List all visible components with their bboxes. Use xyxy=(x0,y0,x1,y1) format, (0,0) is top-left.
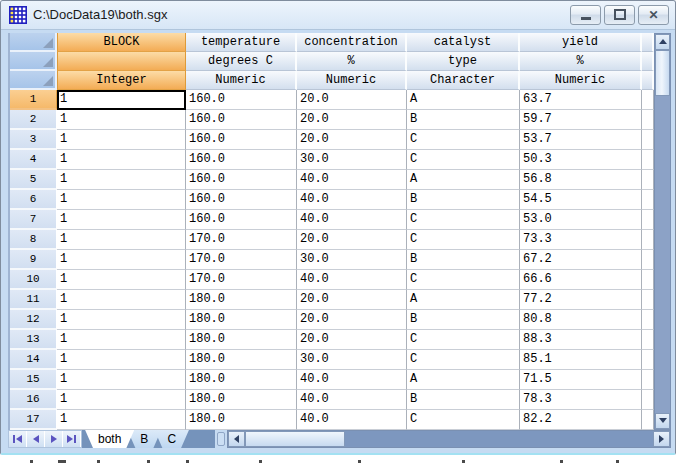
data-cell[interactable]: 180.0 xyxy=(186,290,297,310)
row-number-16[interactable]: 16 xyxy=(10,390,57,410)
data-cell[interactable]: 160.0 xyxy=(186,110,297,130)
data-cell[interactable]: 63.7 xyxy=(520,90,642,110)
data-cell[interactable]: 160.0 xyxy=(186,210,297,230)
scroll-left-button[interactable] xyxy=(228,431,245,447)
data-cell[interactable]: 82.2 xyxy=(520,410,642,430)
vertical-scroll-thumb[interactable] xyxy=(655,50,670,96)
data-cell[interactable]: 30.0 xyxy=(297,250,407,270)
data-cell[interactable]: B xyxy=(407,390,520,410)
scroll-down-button[interactable] xyxy=(655,413,670,429)
data-cell[interactable]: 1 xyxy=(57,310,186,330)
column-header-concentration-unit[interactable]: % xyxy=(297,52,407,71)
horizontal-scrollbar[interactable] xyxy=(227,430,671,448)
data-cell[interactable]: C xyxy=(407,130,520,150)
data-cell[interactable]: 40.0 xyxy=(297,270,407,290)
data-cell[interactable]: 1 xyxy=(57,170,186,190)
data-cell[interactable]: B xyxy=(407,250,520,270)
data-cell[interactable]: C xyxy=(407,330,520,350)
column-header-concentration-name[interactable]: concentration xyxy=(297,33,407,52)
data-cell[interactable]: C xyxy=(407,150,520,170)
column-header-yield-name[interactable]: yield xyxy=(520,33,642,52)
data-cell[interactable]: 20.0 xyxy=(297,290,407,310)
data-cell[interactable]: A xyxy=(407,290,520,310)
column-header-catalyst-type[interactable]: Character xyxy=(407,71,520,90)
data-cell[interactable]: C xyxy=(407,210,520,230)
data-cell[interactable]: 20.0 xyxy=(297,330,407,350)
data-cell[interactable]: 88.3 xyxy=(520,330,642,350)
corner-cell[interactable] xyxy=(10,33,57,52)
data-cell[interactable]: 40.0 xyxy=(297,370,407,390)
row-number-4[interactable]: 4 xyxy=(10,150,57,170)
data-cell[interactable]: C xyxy=(407,270,520,290)
column-header-temperature-name[interactable]: temperature xyxy=(186,33,297,52)
data-cell[interactable]: 1 xyxy=(57,270,186,290)
data-cell[interactable]: C xyxy=(407,350,520,370)
column-header-BLOCK-unit[interactable] xyxy=(57,52,186,71)
column-header-catalyst-name[interactable]: catalyst xyxy=(407,33,520,52)
data-cell[interactable]: A xyxy=(407,170,520,190)
data-cell[interactable]: 20.0 xyxy=(297,110,407,130)
data-cell[interactable]: 73.3 xyxy=(520,230,642,250)
tab-split-handle[interactable] xyxy=(217,432,225,446)
data-cell[interactable]: 1 xyxy=(57,350,186,370)
data-cell[interactable]: B xyxy=(407,190,520,210)
restore-button[interactable] xyxy=(604,5,635,25)
row-number-15[interactable]: 15 xyxy=(10,370,57,390)
row-number-7[interactable]: 7 xyxy=(10,210,57,230)
data-cell[interactable]: A xyxy=(407,90,520,110)
column-header-temperature-unit[interactable]: degrees C xyxy=(186,52,297,71)
data-cell[interactable]: 30.0 xyxy=(297,150,407,170)
corner-cell[interactable] xyxy=(10,52,57,71)
column-header-concentration-type[interactable]: Numeric xyxy=(297,71,407,90)
scroll-up-button[interactable] xyxy=(655,34,670,50)
data-cell[interactable]: 170.0 xyxy=(186,250,297,270)
first-sheet-button[interactable] xyxy=(9,431,27,447)
data-cell[interactable]: 1 xyxy=(57,130,186,150)
row-number-8[interactable]: 8 xyxy=(10,230,57,250)
data-cell[interactable]: C xyxy=(407,410,520,430)
row-number-6[interactable]: 6 xyxy=(10,190,57,210)
data-cell[interactable]: 77.2 xyxy=(520,290,642,310)
data-cell[interactable]: 170.0 xyxy=(186,230,297,250)
column-header-yield-unit[interactable]: % xyxy=(520,52,642,71)
data-cell[interactable]: 40.0 xyxy=(297,170,407,190)
row-number-9[interactable]: 9 xyxy=(10,250,57,270)
scroll-right-button[interactable] xyxy=(653,431,670,447)
data-cell[interactable]: 1 xyxy=(57,250,186,270)
data-cell[interactable]: 56.8 xyxy=(520,170,642,190)
row-number-13[interactable]: 13 xyxy=(10,330,57,350)
data-cell[interactable]: 160.0 xyxy=(186,190,297,210)
data-cell[interactable]: 1 xyxy=(57,290,186,310)
row-number-5[interactable]: 5 xyxy=(10,170,57,190)
data-cell[interactable]: 1 xyxy=(57,230,186,250)
data-cell[interactable]: 40.0 xyxy=(297,190,407,210)
last-sheet-button[interactable] xyxy=(63,431,81,447)
data-cell[interactable]: 20.0 xyxy=(297,310,407,330)
data-cell[interactable]: 20.0 xyxy=(297,130,407,150)
row-number-10[interactable]: 10 xyxy=(10,270,57,290)
minimize-button[interactable] xyxy=(570,5,601,25)
column-header-BLOCK-type[interactable]: Integer xyxy=(57,71,186,90)
column-header-temperature-type[interactable]: Numeric xyxy=(186,71,297,90)
data-cell[interactable]: 40.0 xyxy=(297,390,407,410)
data-cell[interactable]: 78.3 xyxy=(520,390,642,410)
vertical-scrollbar[interactable] xyxy=(654,33,671,430)
row-number-3[interactable]: 3 xyxy=(10,130,57,150)
data-cell[interactable]: 40.0 xyxy=(297,410,407,430)
horizontal-scroll-track[interactable] xyxy=(345,431,653,447)
data-cell[interactable]: 180.0 xyxy=(186,310,297,330)
data-cell[interactable]: B xyxy=(407,110,520,130)
data-cell[interactable]: A xyxy=(407,370,520,390)
data-cell[interactable]: 30.0 xyxy=(297,350,407,370)
data-cell[interactable]: 80.8 xyxy=(520,310,642,330)
spreadsheet-grid-icon[interactable] xyxy=(9,6,27,24)
data-cell[interactable]: 160.0 xyxy=(186,170,297,190)
active-cell[interactable]: 1 xyxy=(57,90,186,110)
data-cell[interactable]: 180.0 xyxy=(186,370,297,390)
data-cell[interactable]: 1 xyxy=(57,390,186,410)
data-cell[interactable]: 1 xyxy=(57,190,186,210)
data-cell[interactable]: 160.0 xyxy=(186,90,297,110)
row-number-17[interactable]: 17 xyxy=(10,410,57,430)
row-number-2[interactable]: 2 xyxy=(10,110,57,130)
data-cell[interactable]: 53.7 xyxy=(520,130,642,150)
